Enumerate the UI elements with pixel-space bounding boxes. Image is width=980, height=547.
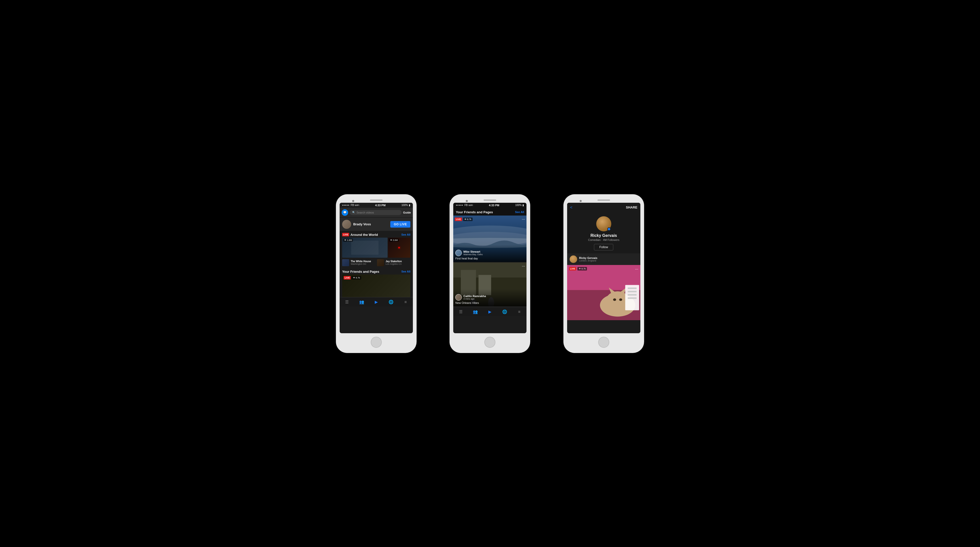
wifi-icon-2: WiFi	[468, 204, 473, 207]
share-button-3[interactable]: SHARE	[626, 206, 637, 209]
carrier-2: FB	[465, 204, 468, 207]
status-left-1: ●●●●● FB WiFi	[342, 204, 359, 207]
battery-icon-2: ▮	[522, 204, 524, 207]
phone-3-bottom	[567, 333, 640, 349]
time-1: 4:33 PM	[375, 204, 386, 207]
signal-2: ●●●●●	[456, 204, 463, 206]
video-thumb-political[interactable]: 👁 1.6M	[342, 238, 388, 258]
nav-menu-2[interactable]: ≡	[517, 309, 522, 315]
page-item-jay[interactable]: Jay Stakelton Los Angeles CA	[377, 259, 402, 266]
phone-3-top	[567, 198, 640, 203]
live-more-3[interactable]: ···	[635, 267, 638, 271]
bottom-nav-2: ☰ 👥 ▶ 🌐 ≡	[453, 307, 527, 316]
phone-3-speaker	[598, 199, 610, 201]
go-live-button-1[interactable]: GO LIVE	[390, 221, 410, 228]
follow-button-3[interactable]: Follow	[594, 244, 613, 250]
friends-pages-title-1: Your Friends and Pages	[342, 270, 379, 273]
home-button-2[interactable]	[484, 337, 495, 348]
around-world-label: Around the World	[350, 233, 378, 237]
user-row-1: Brady Voss GO LIVE	[340, 218, 413, 231]
nav-video-2[interactable]: ▶	[487, 309, 493, 315]
profile-section-3: Ricky Gervais Comedian · 4M Followers Fo…	[567, 212, 640, 254]
video-thumb-concert[interactable]: 👁 3.6M	[388, 238, 410, 258]
nav-friends-1[interactable]: 👥	[359, 299, 364, 305]
svg-point-15	[613, 298, 616, 301]
jay-loc: Los Angeles CA	[385, 263, 402, 265]
recent-name-3: Ricky Gervais	[579, 257, 598, 260]
battery-icon-1: ▮	[409, 204, 410, 207]
guide-button-1[interactable]: Guide	[403, 211, 411, 214]
around-world-see-all[interactable]: See All	[401, 233, 410, 236]
live-video-preview-3[interactable]: LIVE 👁 8.7k ···	[567, 265, 640, 320]
recent-info-3: Ricky Gervais London, England	[579, 257, 598, 262]
home-button-1[interactable]	[371, 337, 382, 348]
friends-viewers-1: 👁 8.7k	[352, 276, 361, 279]
svg-rect-19	[628, 290, 636, 292]
stream1-more[interactable]: ···	[522, 217, 525, 222]
viewer-count-political: 👁 1.6M	[343, 239, 353, 242]
status-right-2: 100% ▮	[515, 204, 524, 207]
phone-1-speaker	[370, 199, 382, 201]
profile-header-3: < SHARE	[567, 203, 640, 212]
live-video-bar-3: LIVE 👁 8.7k	[569, 267, 587, 271]
eye-icon-3: 👁	[353, 276, 355, 279]
nav-menu-1[interactable]: ≡	[403, 299, 408, 305]
status-bar-1: ●●●●● FB WiFi 4:33 PM 100% ▮	[340, 203, 413, 208]
phone-2-top	[453, 198, 527, 203]
eye-icon-2: 👁	[390, 239, 392, 241]
video-card-wave[interactable]: LIVE 👁 8.7k ··· Mike Stewart Waimea Bay,…	[453, 215, 527, 262]
status-bar-2: ●●●●● FB WiFi 4:33 PM 100% ▮	[453, 203, 527, 208]
friends-pages-header-1: Your Friends and Pages See All	[340, 268, 413, 274]
nav-friends-2[interactable]: 👥	[473, 309, 478, 315]
stream1-live-bar: LIVE 👁 8.7k ···	[455, 217, 525, 222]
stream2-more[interactable]: ···	[522, 264, 525, 268]
phone-2-bottom	[453, 333, 527, 349]
jay-icon	[377, 259, 384, 266]
phone-3: < SHARE Ricky Gervais Comedian · 4M Foll…	[564, 195, 644, 353]
friends-see-all-2[interactable]: See All	[515, 211, 524, 214]
recent-location-3: London, England	[579, 260, 598, 262]
battery-2: 100%	[515, 204, 522, 207]
phone-3-screen: < SHARE Ricky Gervais Comedian · 4M Foll…	[567, 203, 640, 333]
whitehouse-info: The White House Washington DC	[351, 260, 371, 265]
stream1-streamer-row: Mike Stewart Waimea Bay, Oahu	[455, 250, 525, 256]
back-button-3[interactable]: <	[570, 205, 573, 210]
friends-video-preview-1[interactable]: LIVE 👁 8.7k	[342, 274, 410, 297]
viewer-count-concert: 👁 3.6M	[389, 239, 399, 242]
messenger-icon-1[interactable]: 💬	[342, 209, 348, 216]
around-world-title: LIVE Around the World	[342, 233, 378, 237]
live-badge-section: LIVE	[342, 233, 349, 236]
whitehouse-icon	[342, 259, 349, 266]
live-badge-3: LIVE	[569, 267, 576, 271]
stream2-name: Caitlin Ramrakha	[463, 295, 486, 298]
friends-live-badge: LIVE	[344, 276, 351, 279]
eye-icon: 👁	[344, 239, 347, 241]
nav-feed-1[interactable]: ☰	[344, 299, 350, 305]
friends-pages-see-all-1[interactable]: See All	[401, 270, 410, 273]
stream1-viewers: 👁 8.7k	[463, 218, 473, 221]
nav-globe-2[interactable]: 🌐	[502, 309, 508, 315]
nav-video-1[interactable]: ▶	[374, 299, 379, 305]
search-field-1[interactable]: 🔍 Search videos	[350, 210, 402, 215]
phone-1-top	[340, 198, 413, 203]
search-bar-1: 💬 🔍 Search videos Guide	[340, 208, 413, 217]
messenger-glyph: 💬	[343, 211, 347, 214]
svg-rect-21	[628, 297, 636, 299]
stream1-details: Mike Stewart Waimea Bay, Oahu	[463, 250, 483, 256]
jay-name: Jay Stakelton	[385, 260, 402, 263]
phone-1-camera	[352, 200, 354, 202]
whitehouse-loc: Washington DC	[351, 263, 371, 265]
phone-2-camera	[466, 200, 468, 202]
nav-globe-1[interactable]: 🌐	[388, 299, 394, 305]
svg-rect-18	[628, 287, 636, 289]
recent-post-3: Ricky Gervais London, England	[567, 254, 640, 265]
page-thumbs-1: The White House Washington DC Jay Stakel…	[340, 258, 413, 268]
video-card-street[interactable]: ··· Caitlin Ramrakha 3 mins ago New Orle…	[453, 262, 527, 306]
home-button-3[interactable]	[598, 337, 609, 348]
nav-feed-2[interactable]: ☰	[458, 309, 463, 315]
search-icon-1: 🔍	[352, 211, 355, 214]
stream1-avatar	[455, 250, 462, 256]
page-item-whitehouse[interactable]: The White House Washington DC	[342, 259, 371, 266]
phone-1-screen: ●●●●● FB WiFi 4:33 PM 100% ▮ 💬 🔍 Search …	[340, 203, 413, 333]
svg-point-16	[619, 298, 622, 301]
